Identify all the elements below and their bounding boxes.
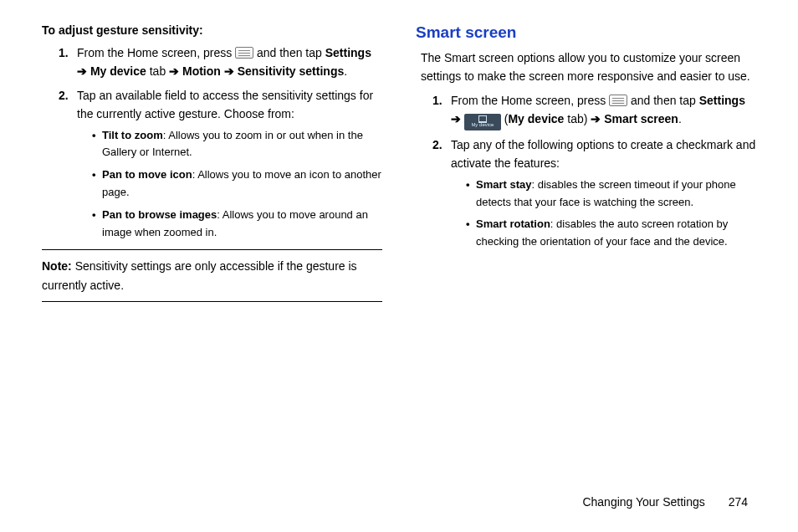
arrow: ➔ bbox=[591, 112, 601, 125]
menu-icon bbox=[235, 47, 253, 59]
bold-motion: Motion bbox=[182, 64, 221, 78]
step-text: Tap an available field to access the sen… bbox=[77, 89, 373, 120]
bullet-bold: Pan to move icon bbox=[102, 168, 192, 181]
step-text: From the Home screen, press bbox=[77, 46, 235, 59]
mydevice-icon-label: My device bbox=[471, 121, 494, 130]
bullet-bold: Smart rotation bbox=[476, 217, 550, 230]
right-step-1: 1. From the Home screen, press and then … bbox=[432, 91, 756, 130]
note-block: Note: Sensitivity settings are only acce… bbox=[42, 249, 382, 302]
bullet-bold: Smart stay bbox=[476, 178, 531, 191]
step-number: 1. bbox=[59, 43, 69, 62]
bullet-pan-browse: Pan to browse images: Allows you to move… bbox=[92, 207, 382, 242]
bullet-tilt: Tilt to zoom: Allows you to zoom in or o… bbox=[92, 127, 382, 162]
step-text: and then tap bbox=[257, 46, 325, 59]
arrow: ➔ bbox=[451, 112, 461, 125]
bold-settings: Settings bbox=[699, 94, 745, 107]
page-footer: Changing Your Settings 274 bbox=[582, 495, 748, 509]
footer-page: 274 bbox=[729, 495, 748, 509]
page-columns: To adjust gesture sensitivity: 1. From t… bbox=[42, 23, 756, 302]
bold-mydevice: My device bbox=[90, 64, 146, 78]
left-step-2: 2. Tap an available field to access the … bbox=[59, 86, 382, 242]
step-text: From the Home screen, press bbox=[451, 94, 609, 107]
bullet-smart-rotation: Smart rotation: disables the auto screen… bbox=[466, 216, 756, 251]
arrow: ➔ bbox=[224, 64, 234, 78]
bullet-bold: Tilt to zoom bbox=[102, 129, 163, 141]
right-column: Smart screen The Smart screen options al… bbox=[416, 23, 756, 302]
gesture-subhead: To adjust gesture sensitivity: bbox=[42, 23, 382, 37]
menu-icon bbox=[609, 95, 627, 106]
step-text: Tap any of the following options to crea… bbox=[451, 138, 755, 170]
bullet-pan-icon: Pan to move icon: Allows you to move an … bbox=[92, 166, 382, 202]
right-bullets: Smart stay: disables the screen timeout … bbox=[451, 176, 756, 251]
right-steps: 1. From the Home screen, press and then … bbox=[416, 91, 756, 251]
footer-section: Changing Your Settings bbox=[582, 495, 704, 509]
left-steps: 1. From the Home screen, press and then … bbox=[42, 43, 382, 241]
text-tab: tab bbox=[150, 64, 169, 78]
left-column: To adjust gesture sensitivity: 1. From t… bbox=[42, 23, 382, 302]
text-tab: tab) bbox=[564, 112, 591, 125]
mydevice-icon: My device bbox=[464, 114, 501, 130]
note-text: Sensitivity settings are only accessible… bbox=[42, 259, 357, 291]
period: . bbox=[678, 112, 682, 125]
bold-smartscreen: Smart screen bbox=[604, 112, 678, 125]
step-text: and then tap bbox=[631, 94, 699, 107]
bullet-bold: Pan to browse images bbox=[102, 208, 217, 221]
intro-text: The Smart screen options allow you to cu… bbox=[416, 49, 756, 86]
period: . bbox=[344, 64, 347, 78]
bold-sensitivity: Sensitivity settings bbox=[238, 64, 345, 78]
bold-mydevice: My device bbox=[508, 112, 564, 125]
bold-settings: Settings bbox=[325, 46, 371, 59]
arrow: ➔ bbox=[77, 64, 87, 78]
right-step-2: 2. Tap any of the following options to c… bbox=[432, 136, 756, 251]
left-step-1: 1. From the Home screen, press and then … bbox=[59, 43, 382, 81]
step-number: 2. bbox=[432, 136, 442, 154]
note-label: Note: bbox=[42, 259, 72, 273]
step-number: 2. bbox=[59, 86, 69, 105]
step-number: 1. bbox=[432, 91, 442, 110]
left-bullets: Tilt to zoom: Allows you to zoom in or o… bbox=[77, 127, 382, 242]
section-title: Smart screen bbox=[416, 23, 756, 42]
arrow: ➔ bbox=[169, 64, 179, 78]
bullet-smart-stay: Smart stay: disables the screen timeout … bbox=[466, 176, 756, 212]
